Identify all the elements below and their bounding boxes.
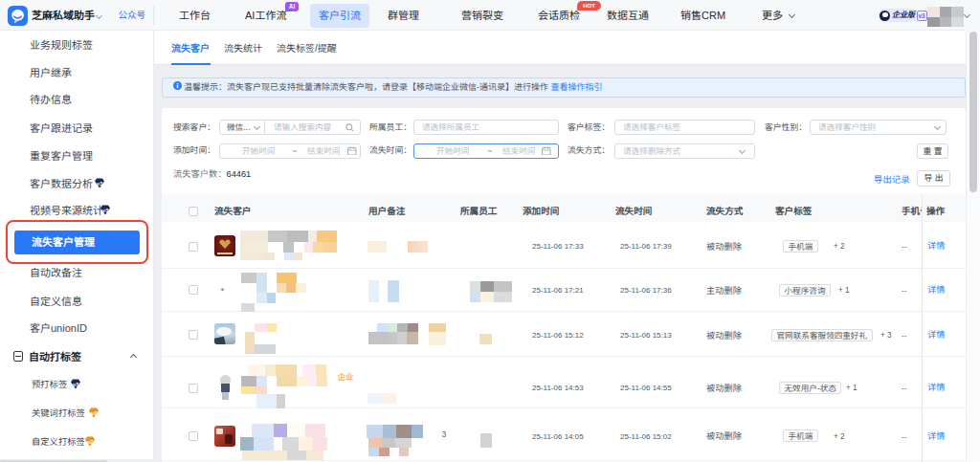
svg-text:v3: v3 (102, 207, 108, 212)
svg-text:v2: v2 (91, 409, 97, 415)
svg-text:v3: v3 (97, 180, 102, 186)
svg-text:v2: v2 (87, 438, 93, 444)
svg-text:v3: v3 (73, 381, 78, 386)
